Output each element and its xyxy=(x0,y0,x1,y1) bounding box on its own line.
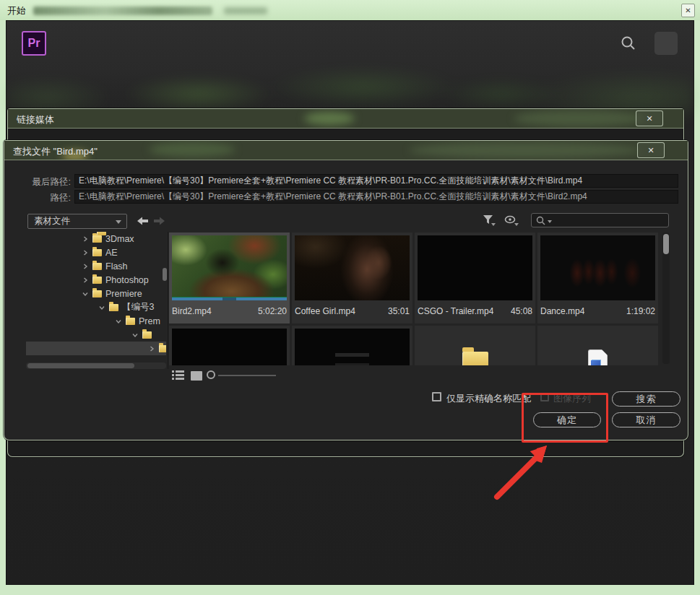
tree-horizontal-scrollbar[interactable] xyxy=(26,362,166,369)
zoom-slider-track[interactable] xyxy=(218,375,276,376)
scrollbar-thumb[interactable] xyxy=(27,363,134,368)
media-file-icon xyxy=(589,350,607,366)
video-thumbnail xyxy=(172,235,287,300)
tree-item-Prem[interactable]: Prem xyxy=(26,314,166,328)
video-thumbnail xyxy=(172,329,287,365)
scrub-bar xyxy=(172,297,287,300)
back-arrow-button[interactable] xyxy=(137,216,149,226)
file-card-CSGO - Trailer.mp4[interactable]: CSGO - Trailer.mp445:08 xyxy=(415,233,535,323)
zoom-slider-knob[interactable] xyxy=(207,370,215,379)
forward-arrow-button[interactable] xyxy=(153,216,165,226)
chevron-down-icon[interactable] xyxy=(115,318,122,325)
file-card-Dance.mp4[interactable]: Dance.mp41:19:02 xyxy=(537,233,658,323)
file-caption: Dance.mp41:19:02 xyxy=(540,303,655,319)
tree-item-label: 3Dmax xyxy=(105,234,134,244)
tree-item-label: 【编号3 xyxy=(122,301,154,313)
video-thumbnail xyxy=(295,329,410,365)
file-name: Bird2.mp4 xyxy=(172,306,212,316)
find-file-title: 查找文件 "Bird.mp4" xyxy=(13,145,98,158)
tree-item-【编号3[interactable]: 【编号3 xyxy=(26,300,166,314)
folder-icon xyxy=(92,277,102,284)
file-grid-row1: Bird2.mp45:02:20Coffee Girl.mp435:01CSGO… xyxy=(169,233,658,323)
folder-thumbnail xyxy=(418,329,532,365)
chevron-right-icon[interactable] xyxy=(82,263,89,270)
tree-item-Premiere[interactable]: Premiere xyxy=(26,287,166,300)
screen: 开始 ✕ Pr 链接媒体 ✕ 查找文件 "Bird.mp4" ✕ xyxy=(0,0,700,595)
video-thumbnail xyxy=(295,235,410,300)
tree-item-label: Photoshop xyxy=(105,275,149,285)
path-value[interactable]: E:\电脑教程\Premiere\【编号30】Premiere全套+教程\Pre… xyxy=(74,190,678,204)
tree-item-label: Prem xyxy=(139,316,160,326)
tree-item-Photoshop[interactable]: Photoshop xyxy=(26,273,166,287)
last-path-value[interactable]: E:\电脑教程\Premiere\【编号30】Premiere全套+教程\Pre… xyxy=(74,174,678,188)
blurred-title-text xyxy=(33,6,212,15)
cancel-button[interactable]: 取消 xyxy=(612,412,680,427)
chevron-down-icon[interactable] xyxy=(131,331,139,339)
tree-item-3Dmax[interactable]: 3Dmax xyxy=(26,232,166,246)
folder-icon xyxy=(142,331,152,339)
link-media-titlebar: 链接媒体 ✕ xyxy=(8,109,683,129)
chevron-right-icon[interactable] xyxy=(148,345,155,352)
file-duration: 5:02:20 xyxy=(254,306,287,316)
location-dropdown[interactable]: 素材文件 xyxy=(27,214,127,229)
search-icon[interactable] xyxy=(620,35,637,52)
tree-item-AE[interactable]: AE xyxy=(26,246,166,259)
eye-icon[interactable] xyxy=(504,214,517,227)
scrollbar-thumb[interactable] xyxy=(663,234,669,254)
panel-divider xyxy=(168,232,168,369)
file-duration: 35:01 xyxy=(384,306,410,316)
exact-match-label: 仅显示精确名称匹配 xyxy=(446,392,531,405)
avatar[interactable] xyxy=(654,32,678,55)
folder-icon xyxy=(92,249,102,256)
location-dropdown-value: 素材文件 xyxy=(34,216,70,226)
chevron-down-icon[interactable] xyxy=(82,290,89,298)
file-card[interactable] xyxy=(169,326,290,365)
os-close-button[interactable]: ✕ xyxy=(681,4,695,17)
folder-tree: 3DmaxAEFlashPhotoshopPremiere【编号3Prem xyxy=(26,232,166,360)
video-thumbnail xyxy=(418,235,532,300)
folder-icon xyxy=(126,318,135,325)
tree-item-label: Premiere xyxy=(105,289,142,299)
chevron-right-icon[interactable] xyxy=(82,235,89,243)
chevron-down-icon xyxy=(116,220,121,224)
chevron-right-icon[interactable] xyxy=(82,249,89,256)
folder-icon xyxy=(462,352,488,366)
file-duration: 45:08 xyxy=(506,306,532,316)
premiere-logo: Pr xyxy=(22,31,46,56)
grid-vertical-scrollbar[interactable] xyxy=(662,233,670,364)
search-input[interactable] xyxy=(531,213,669,227)
folder-icon xyxy=(159,345,166,352)
chevron-right-icon[interactable] xyxy=(82,277,89,284)
exact-match-checkbox[interactable] xyxy=(432,392,441,401)
file-name: Coffee Girl.mp4 xyxy=(295,306,355,316)
annotation-rectangle xyxy=(522,393,608,443)
file-card[interactable] xyxy=(537,326,658,365)
file-caption: CSGO - Trailer.mp445:08 xyxy=(418,303,532,319)
search-button[interactable]: 搜索 xyxy=(612,391,680,407)
chevron-down-icon[interactable] xyxy=(98,304,105,311)
media-file-thumbnail xyxy=(540,329,655,365)
tree-item-Flash[interactable]: Flash xyxy=(26,259,166,273)
file-card-Bird2.mp4[interactable]: Bird2.mp45:02:20 xyxy=(169,233,290,323)
last-path-label: 最后路径: xyxy=(9,176,71,188)
thumbnail-view-button[interactable] xyxy=(191,370,202,383)
folder-icon xyxy=(92,235,102,243)
find-file-titlebar: 查找文件 "Bird.mp4" ✕ xyxy=(4,141,688,160)
list-view-button[interactable] xyxy=(172,370,185,383)
find-file-close-button[interactable]: ✕ xyxy=(637,142,665,158)
file-name: CSGO - Trailer.mp4 xyxy=(418,306,493,316)
tree-item[interactable] xyxy=(26,328,166,342)
file-card-Coffee Girl.mp4[interactable]: Coffee Girl.mp435:01 xyxy=(292,233,412,323)
tree-item[interactable] xyxy=(26,342,166,355)
link-media-close-button[interactable]: ✕ xyxy=(636,110,663,126)
file-caption: Coffee Girl.mp435:01 xyxy=(295,303,410,319)
filter-icon[interactable] xyxy=(483,214,494,227)
tree-item-label: AE xyxy=(105,248,118,258)
os-window-title: 开始 xyxy=(7,4,26,17)
file-card[interactable] xyxy=(292,326,412,365)
folder-icon xyxy=(109,304,118,311)
file-duration: 1:19:02 xyxy=(622,306,655,316)
tree-vertical-scrollbar[interactable] xyxy=(163,268,167,281)
file-grid-row2 xyxy=(169,326,658,365)
file-card[interactable] xyxy=(415,326,535,365)
